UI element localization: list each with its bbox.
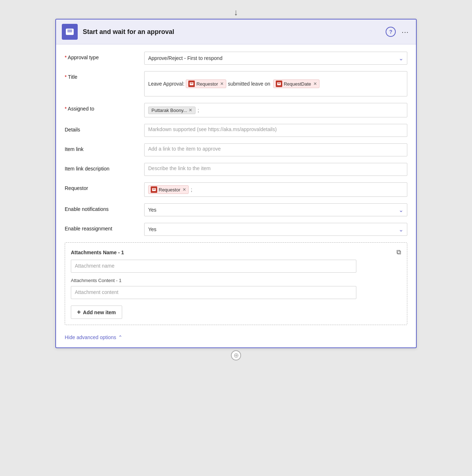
hide-advanced-label: Hide advanced options	[65, 334, 116, 340]
requestor-label: Requestor	[65, 182, 144, 191]
enable-notifications-dropdown[interactable]: Yes ⌄	[144, 203, 407, 216]
title-middle-text: submitted leave on	[228, 81, 270, 87]
attachment-name-field[interactable]: Attachment name	[71, 260, 356, 273]
enable-notifications-label: Enable notifications	[65, 203, 144, 212]
approval-type-label: Approval type	[65, 52, 144, 60]
assigned-to-label: Assigned to	[65, 103, 144, 112]
attachments-header: Attachments Name - 1 ⧉	[71, 248, 401, 256]
chevron-up-icon: ⌃	[118, 334, 123, 340]
header-icon	[62, 24, 78, 40]
card-body: Approval type Approve/Reject - First to …	[56, 44, 416, 347]
assignee-name: Puttarak Boony...	[151, 108, 187, 113]
approval-type-chevron-icon: ⌄	[399, 55, 403, 62]
item-link-row: Item link Add a link to the item to appr…	[65, 143, 407, 156]
title-field[interactable]: Leave Approval: Requestor ✕ submitted le…	[144, 71, 407, 96]
card-header: Start and wait for an approval ? ···	[56, 20, 416, 44]
attachments-section: Attachments Name - 1 ⧉ Attachment name A…	[65, 242, 407, 325]
details-row: Details Markdown supported (see https://…	[65, 124, 407, 137]
requestor-token[interactable]: Requestor ✕	[148, 185, 189, 194]
requestor-field[interactable]: Requestor ✕ ;	[144, 182, 407, 197]
circle-node: ⊕	[231, 350, 241, 360]
title-token-requestor[interactable]: Requestor ✕	[186, 79, 226, 88]
assigned-to-row: Assigned to Puttarak Boony... ✕ ;	[65, 103, 407, 117]
token-requestor-label: Requestor	[196, 81, 218, 87]
plus-icon: +	[77, 308, 81, 316]
title-row: Title Leave Approval: Requestor ✕ submit…	[65, 71, 407, 96]
attachment-content-label: Attachments Content - 1	[71, 278, 401, 283]
hide-advanced-link[interactable]: Hide advanced options ⌃	[65, 334, 123, 340]
token-requestor-close-icon[interactable]: ✕	[220, 81, 224, 86]
title-prefix-text: Leave Approval:	[148, 81, 184, 87]
assignee-tag[interactable]: Puttarak Boony... ✕	[148, 107, 196, 114]
enable-reassignment-dropdown[interactable]: Yes ⌄	[144, 223, 407, 236]
item-link-desc-field[interactable]: Describe the link to the item	[144, 163, 407, 176]
item-link-field[interactable]: Add a link to the item to approve	[144, 143, 407, 156]
approval-type-dropdown[interactable]: Approve/Reject - First to respond ⌄	[144, 52, 407, 65]
details-label: Details	[65, 124, 144, 133]
attachment-content-field[interactable]: Attachment content	[71, 286, 356, 299]
token-requestdate-label: RequestDate	[284, 81, 311, 87]
approval-type-row: Approval type Approve/Reject - First to …	[65, 52, 407, 65]
assigned-to-separator: ;	[198, 107, 199, 113]
help-button[interactable]: ?	[386, 27, 396, 37]
add-item-button[interactable]: + Add new item	[71, 306, 122, 319]
enable-notifications-chevron-icon: ⌄	[399, 207, 403, 213]
card-title: Start and wait for an approval	[83, 28, 386, 36]
connector-bottom: ⊕	[231, 350, 241, 360]
title-token-requestdate[interactable]: RequestDate ✕	[273, 79, 319, 88]
title-label: Title	[65, 71, 144, 80]
requestor-token-label: Requestor	[159, 187, 180, 192]
assignee-close-icon[interactable]: ✕	[189, 108, 192, 113]
enable-notifications-value: Yes	[148, 207, 399, 213]
item-link-desc-label: Item link description	[65, 163, 144, 172]
enable-reassignment-label: Enable reassignment	[65, 223, 144, 231]
copy-icon[interactable]: ⧉	[396, 248, 401, 256]
add-item-label: Add new item	[83, 310, 116, 315]
assigned-to-field[interactable]: Puttarak Boony... ✕ ;	[144, 103, 407, 117]
item-link-desc-row: Item link description Describe the link …	[65, 163, 407, 176]
item-link-label: Item link	[65, 143, 144, 152]
attachments-name-title: Attachments Name - 1	[71, 250, 124, 255]
token-requestdate-close-icon[interactable]: ✕	[313, 81, 317, 86]
approval-icon	[65, 27, 74, 36]
enable-notifications-row: Enable notifications Yes ⌄	[65, 203, 407, 216]
details-field[interactable]: Markdown supported (see https://aka.ms/a…	[144, 124, 407, 137]
connector-arrow-top: ↓	[234, 7, 238, 17]
enable-reassignment-value: Yes	[148, 226, 399, 232]
requestor-token-icon	[151, 186, 157, 193]
enable-reassignment-chevron-icon: ⌄	[399, 226, 403, 233]
approval-type-value: Approve/Reject - First to respond	[148, 55, 399, 61]
more-button[interactable]: ···	[400, 28, 410, 36]
token-requestdate-icon	[276, 81, 282, 87]
token-requestor-icon	[188, 81, 195, 87]
requestor-separator: ;	[191, 187, 192, 192]
approval-card: Start and wait for an approval ? ··· App…	[55, 19, 417, 348]
header-actions: ? ···	[386, 27, 410, 37]
enable-reassignment-row: Enable reassignment Yes ⌄	[65, 223, 407, 236]
requestor-token-close-icon[interactable]: ✕	[183, 187, 186, 192]
requestor-row: Requestor Requestor ✕ ;	[65, 182, 407, 197]
